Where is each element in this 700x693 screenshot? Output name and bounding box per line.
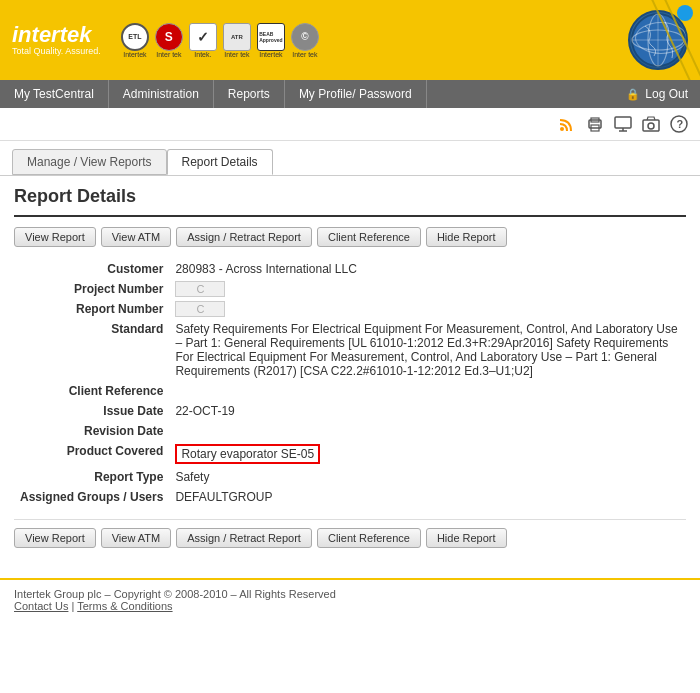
header: intertek Total Quality. Assured. ETL Int… [0, 0, 700, 80]
standard-label: Standard [14, 319, 169, 381]
svg-point-13 [648, 123, 654, 129]
page-footer: Intertek Group plc – Copyright © 2008-20… [0, 578, 700, 620]
page-title: Report Details [14, 186, 686, 207]
cert-last-icon: © [291, 23, 319, 51]
table-row-issue-date: Issue Date 22-OCT-19 [14, 401, 686, 421]
cert-last: © Inter tek [291, 23, 319, 58]
content-area: Report Details View Report View ATM Assi… [0, 175, 700, 558]
globe-area [628, 10, 688, 70]
client-reference-label: Client Reference [14, 381, 169, 401]
cert-last-label: Inter tek [292, 51, 317, 58]
project-number-value: C [169, 279, 686, 299]
svg-text:?: ? [677, 118, 684, 130]
footer-assign-retract-button[interactable]: Assign / Retract Report [176, 528, 312, 548]
svg-point-5 [560, 127, 564, 131]
product-highlight: Rotary evaporator SE-05 [175, 444, 320, 464]
issue-date-value: 22-OCT-19 [169, 401, 686, 421]
customer-label: Customer [14, 259, 169, 279]
product-covered-value: Rotary evaporator SE-05 [169, 441, 686, 467]
project-number-field: C [175, 281, 225, 297]
svg-point-2 [632, 30, 684, 50]
cert-atr-icon: ATR [223, 23, 251, 51]
cert-atr-label: Inter tek [224, 51, 249, 58]
table-row-revision-date: Revision Date [14, 421, 686, 441]
cert-beab: BEABApproved Intertek [257, 23, 285, 58]
cert-check-label: Intek. [194, 51, 211, 58]
footer-client-reference-button[interactable]: Client Reference [317, 528, 421, 548]
logo-tagline: Total Quality. Assured. [12, 46, 101, 56]
hide-report-button[interactable]: Hide Report [426, 227, 507, 247]
cert-s-icon: S [155, 23, 183, 51]
footer-hide-report-button[interactable]: Hide Report [426, 528, 507, 548]
view-report-button[interactable]: View Report [14, 227, 96, 247]
footer-view-atm-button[interactable]: View ATM [101, 528, 172, 548]
cert-s: S Inter tek [155, 23, 183, 58]
logo-block: intertek Total Quality. Assured. [12, 24, 101, 56]
nav-administration[interactable]: Administration [109, 80, 214, 108]
standard-value: Safety Requirements For Electrical Equip… [169, 319, 686, 381]
table-row-client-reference: Client Reference [14, 381, 686, 401]
table-row-project-number: Project Number C [14, 279, 686, 299]
camera-icon[interactable] [640, 113, 662, 135]
contact-us-link[interactable]: Contact Us [14, 600, 68, 612]
cert-s-label: Inter tek [156, 51, 181, 58]
blue-dot [677, 5, 693, 21]
cert-etl-icon: ETL [121, 23, 149, 51]
action-buttons: View Report View ATM Assign / Retract Re… [14, 227, 686, 247]
cert-check: ✓ Intek. [189, 23, 217, 58]
cert-etl-label: Intertek [123, 51, 146, 58]
table-row-assigned-groups: Assigned Groups / Users DEFAULTGROUP [14, 487, 686, 507]
lock-icon: 🔒 [626, 88, 640, 101]
report-number-label: Report Number [14, 299, 169, 319]
table-row-standard: Standard Safety Requirements For Electri… [14, 319, 686, 381]
assigned-groups-label: Assigned Groups / Users [14, 487, 169, 507]
revision-date-label: Revision Date [14, 421, 169, 441]
tabs-area: Manage / View Reports Report Details [0, 141, 700, 175]
project-number-label: Project Number [14, 279, 169, 299]
assigned-groups-value: DEFAULTGROUP [169, 487, 686, 507]
customer-value: 280983 - Across International LLC [169, 259, 686, 279]
cert-check-icon: ✓ [189, 23, 217, 51]
header-left: intertek Total Quality. Assured. ETL Int… [12, 23, 319, 58]
issue-date-label: Issue Date [14, 401, 169, 421]
nav-reports[interactable]: Reports [214, 80, 285, 108]
rss-icon[interactable] [556, 113, 578, 135]
table-row-report-number: Report Number C [14, 299, 686, 319]
tab-report-details[interactable]: Report Details [167, 149, 273, 175]
report-number-value: C [169, 299, 686, 319]
assign-retract-button[interactable]: Assign / Retract Report [176, 227, 312, 247]
terms-link[interactable]: Terms & Conditions [77, 600, 172, 612]
logout-button[interactable]: 🔒 Log Out [614, 80, 700, 108]
cert-beab-label: Intertek [259, 51, 282, 58]
table-row-product-covered: Product Covered Rotary evaporator SE-05 [14, 441, 686, 467]
nav-my-testcentral[interactable]: My TestCentral [0, 80, 109, 108]
view-atm-button[interactable]: View ATM [101, 227, 172, 247]
tab-manage-reports[interactable]: Manage / View Reports [12, 149, 167, 175]
section-divider [14, 215, 686, 217]
svg-rect-9 [615, 117, 631, 128]
cert-etl: ETL Intertek [121, 23, 149, 58]
cert-beab-icon: BEABApproved [257, 23, 285, 51]
logo-text: intertek [12, 24, 101, 46]
table-row-customer: Customer 280983 - Across International L… [14, 259, 686, 279]
logout-label: Log Out [645, 87, 688, 101]
footer-buttons: View Report View ATM Assign / Retract Re… [14, 519, 686, 548]
report-type-value: Safety [169, 467, 686, 487]
client-reference-value [169, 381, 686, 401]
table-row-report-type: Report Type Safety [14, 467, 686, 487]
report-type-label: Report Type [14, 467, 169, 487]
product-covered-label: Product Covered [14, 441, 169, 467]
monitor-icon[interactable] [612, 113, 634, 135]
help-icon[interactable]: ? [668, 113, 690, 135]
details-table: Customer 280983 - Across International L… [14, 259, 686, 507]
nav-my-profile[interactable]: My Profile/ Password [285, 80, 427, 108]
revision-date-value [169, 421, 686, 441]
report-number-field: C [175, 301, 225, 317]
cert-icons: ETL Intertek S Inter tek ✓ Intek. ATR In… [121, 23, 319, 58]
copyright-text: Intertek Group plc – Copyright © 2008-20… [14, 588, 686, 600]
print-icon[interactable] [584, 113, 606, 135]
cert-atr: ATR Inter tek [223, 23, 251, 58]
footer-view-report-button[interactable]: View Report [14, 528, 96, 548]
client-reference-button[interactable]: Client Reference [317, 227, 421, 247]
navbar: My TestCentral Administration Reports My… [0, 80, 700, 108]
